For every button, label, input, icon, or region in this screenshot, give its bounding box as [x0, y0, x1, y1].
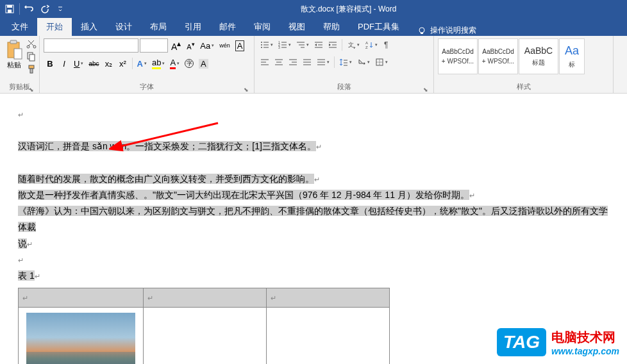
line-spacing-button[interactable]	[337, 56, 354, 69]
document-content[interactable]: 汉语词汇，拼音是 sǎn wén。一指文采焕发；二指犹行文；[1]三指文体名。 …	[0, 94, 627, 364]
tab-review[interactable]: 审阅	[245, 18, 280, 36]
char-circle-button[interactable]: 字	[183, 57, 196, 70]
paragraph-launcher[interactable]: ⬊	[423, 83, 431, 90]
shading-button[interactable]	[355, 56, 372, 69]
shrink-font-button[interactable]: A▾	[184, 39, 197, 52]
numbering-button[interactable]: 123	[276, 38, 293, 51]
watermark-logo: TAG 电脑技术网 www.tagxp.com	[497, 328, 619, 356]
title-bar: 散文.docx [兼容模式] - Word	[0, 0, 627, 18]
distributed-button[interactable]	[315, 56, 331, 69]
svg-rect-14	[30, 69, 33, 73]
brush-icon	[26, 64, 37, 74]
tell-me-label: 操作说明搜索	[430, 25, 476, 36]
styles-group: AaBbCcDd + WPSOf... AaBbCcDd + WPSOf... …	[434, 36, 614, 93]
borders-button[interactable]	[373, 56, 390, 69]
tab-layout[interactable]: 布局	[141, 18, 176, 36]
paste-icon	[5, 40, 23, 60]
para-1: 汉语词汇，拼音是 sǎn wén。一指文采焕发；二指犹行文；[1]三指文体名。	[18, 138, 609, 154]
logo-line2: www.tagxp.com	[551, 346, 619, 356]
align-center-icon	[274, 58, 283, 67]
italic-button[interactable]: I	[58, 57, 71, 70]
tag-badge: TAG	[497, 328, 546, 356]
table-cell[interactable]	[144, 288, 267, 308]
style-wpsof-1[interactable]: AaBbCcDd + WPSOf...	[438, 38, 478, 74]
table-cell-image[interactable]	[19, 308, 144, 364]
clipboard-launcher[interactable]: ⬊	[29, 83, 37, 90]
sort-button[interactable]: AZ	[363, 38, 380, 51]
qat-separator	[19, 3, 20, 15]
strike-button[interactable]: abc	[87, 57, 101, 70]
subscript-button[interactable]: x₂	[103, 57, 115, 70]
logo-line1: 电脑技术网	[551, 329, 619, 346]
text-direction-button[interactable]: 文	[345, 38, 362, 51]
char-border-button[interactable]: A	[233, 39, 247, 52]
align-left-button[interactable]	[258, 56, 271, 69]
tab-file[interactable]: 文件	[3, 18, 37, 36]
para-table-caption: 表 1	[18, 268, 609, 284]
font-size-select[interactable]	[140, 38, 168, 53]
style-title[interactable]: AaBbC 标题	[519, 38, 558, 74]
format-painter-button[interactable]	[26, 64, 38, 76]
tab-design[interactable]: 设计	[106, 18, 141, 36]
multilevel-icon	[296, 40, 305, 49]
direction-icon: 文	[347, 40, 356, 49]
redo-button[interactable]	[38, 2, 52, 16]
para-4: 《辞海》认为：中国六朝以来，为区别韵文与骈文，把凡不押韵、不重排偶的散体文章（包…	[18, 203, 609, 235]
svg-text:3: 3	[278, 46, 280, 49]
svg-rect-7	[10, 40, 17, 44]
document-area[interactable]: 汉语词汇，拼音是 sǎn wén。一指文采焕发；二指犹行文；[1]三指文体名。 …	[0, 94, 627, 364]
bulb-icon	[417, 26, 426, 35]
copy-icon	[26, 51, 37, 62]
numbering-icon: 123	[278, 40, 287, 49]
bold-button[interactable]: B	[44, 57, 56, 70]
increase-indent-button[interactable]	[326, 38, 339, 51]
font-launcher[interactable]: ⬊	[244, 83, 251, 90]
undo-button[interactable]	[22, 2, 37, 16]
svg-text:Z: Z	[365, 46, 368, 49]
underline-button[interactable]: U	[72, 57, 85, 70]
align-center-button[interactable]	[272, 56, 285, 69]
phonetic-guide-button[interactable]: wén	[217, 39, 232, 52]
save-button[interactable]	[3, 2, 17, 16]
font-name-select[interactable]	[44, 38, 138, 53]
char-shading-button[interactable]: A	[197, 57, 210, 70]
multilevel-button[interactable]	[294, 38, 311, 51]
tell-me-search[interactable]: 操作说明搜索	[417, 25, 476, 36]
style-heading[interactable]: Aa 标	[559, 38, 585, 74]
table-cell[interactable]	[267, 308, 390, 364]
show-marks-button[interactable]: ¶	[381, 38, 394, 51]
cut-button[interactable]	[26, 38, 38, 50]
grow-font-button[interactable]: A▴	[169, 39, 183, 52]
tab-help[interactable]: 帮助	[314, 18, 349, 36]
svg-point-4	[419, 28, 424, 33]
paragraph-group-label: 段落	[255, 81, 433, 92]
align-right-button[interactable]	[287, 56, 299, 69]
table-cell[interactable]	[267, 288, 390, 308]
styles-group-label: 样式	[434, 81, 613, 92]
copy-button[interactable]	[26, 51, 38, 63]
qat-customize-button[interactable]	[53, 2, 67, 16]
tab-insert[interactable]: 插入	[72, 18, 106, 36]
decrease-indent-button[interactable]	[312, 38, 325, 51]
superscript-button[interactable]: x²	[117, 57, 130, 70]
style-wpsof-2[interactable]: AaBbCcDd + WPSOf...	[478, 38, 518, 74]
tab-references[interactable]: 引用	[176, 18, 210, 36]
font-group-label: 字体	[40, 81, 254, 92]
font-color-button[interactable]: A	[168, 57, 181, 70]
tab-home[interactable]: 开始	[37, 18, 72, 36]
clipboard-group: 粘贴 剪贴板 ⬊	[0, 36, 40, 93]
text-effects-button[interactable]: A	[135, 57, 149, 70]
change-case-button[interactable]: Aa	[198, 39, 216, 52]
tab-mailings[interactable]: 邮件	[210, 18, 245, 36]
bucket-icon	[357, 58, 366, 67]
svg-point-19	[261, 47, 262, 48]
tab-pdf[interactable]: PDF工具集	[349, 18, 408, 36]
bullets-button[interactable]	[258, 38, 275, 51]
ribbon-tabs: 文件 开始 插入 设计 布局 引用 邮件 审阅 视图 帮助 PDF工具集 操作说…	[0, 18, 627, 36]
align-left-icon	[260, 58, 269, 67]
highlight-button[interactable]: ab	[150, 57, 167, 70]
tab-view[interactable]: 视图	[280, 18, 314, 36]
table-cell[interactable]	[19, 288, 144, 308]
table-cell[interactable]	[144, 308, 267, 364]
justify-button[interactable]	[301, 56, 314, 69]
